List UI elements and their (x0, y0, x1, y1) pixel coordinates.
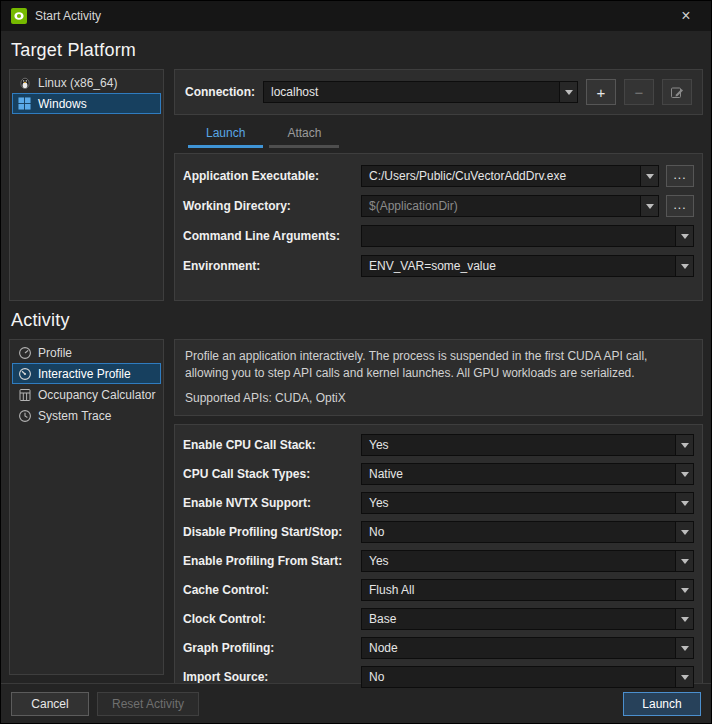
tab-launch[interactable]: Launch (188, 122, 263, 148)
activity-item-occupancy-calculator[interactable]: Occupancy Calculator (12, 384, 161, 405)
reset-activity-button[interactable]: Reset Activity (97, 692, 199, 716)
disable-profiling-start-stop-dropdown[interactable]: No (361, 521, 694, 543)
clock-control-label: Clock Control: (183, 612, 361, 626)
dialog-content: Target Platform Linux (x86_64) (1, 31, 711, 683)
activity-options-box: Enable CPU Call Stack: Yes CPU Call Stac… (174, 424, 703, 698)
connection-label: Connection: (185, 85, 255, 99)
application-executable-row: Application Executable: C:/Users/Public/… (183, 165, 694, 187)
graph-profiling-value: Node (369, 641, 398, 655)
enable-nvtx-support-value: Yes (369, 496, 389, 510)
target-platform-panel: Connection: localhost + − (174, 69, 703, 301)
working-directory-value: $(ApplicationDir) (369, 199, 458, 213)
environment-dropdown[interactable]: ENV_VAR=some_value (361, 255, 694, 277)
target-platform-section: Linux (x86_64) Windows (9, 69, 703, 301)
activity-item-label: Interactive Profile (38, 367, 131, 381)
enable-cpu-call-stack-value: Yes (369, 438, 389, 452)
linux-penguin-icon (17, 75, 32, 90)
cpu-call-stack-types-dropdown[interactable]: Native (361, 463, 694, 485)
start-activity-dialog: Start Activity × Target Platform (0, 0, 712, 724)
option-row: Enable CPU Call Stack: Yes (183, 434, 694, 456)
activity-description-text: Profile an application interactively. Th… (185, 348, 692, 383)
chevron-down-icon (640, 166, 658, 186)
tab-attach[interactable]: Attach (269, 122, 339, 148)
supported-apis-text: Supported APIs: CUDA, OptiX (185, 390, 692, 407)
edit-pencil-icon (670, 85, 684, 99)
activity-item-system-trace[interactable]: System Trace (12, 405, 161, 426)
close-button[interactable]: × (671, 1, 701, 31)
option-row: Enable Profiling From Start: Yes (183, 550, 694, 572)
application-executable-dropdown[interactable]: C:/Users/Public/CuVectorAddDrv.exe (361, 165, 659, 187)
activity-item-label: Profile (38, 346, 72, 360)
chevron-down-icon (675, 256, 693, 276)
enable-nvtx-support-dropdown[interactable]: Yes (361, 492, 694, 514)
activity-item-interactive-profile[interactable]: Interactive Profile (12, 363, 161, 384)
platform-item-linux[interactable]: Linux (x86_64) (12, 72, 161, 93)
edit-connection-button[interactable] (662, 79, 692, 105)
working-directory-browse-button[interactable]: ... (666, 195, 694, 217)
cache-control-dropdown[interactable]: Flush All (361, 579, 694, 601)
clock-control-value: Base (369, 612, 396, 626)
chevron-down-icon (675, 435, 693, 455)
chevron-down-icon (675, 638, 693, 658)
activity-panel: Profile an application interactively. Th… (174, 339, 703, 675)
disable-profiling-start-stop-value: No (369, 525, 384, 539)
connection-row: Connection: localhost + − (174, 69, 703, 115)
clock-control-dropdown[interactable]: Base (361, 608, 694, 630)
application-executable-value: C:/Users/Public/CuVectorAddDrv.exe (369, 169, 566, 183)
launch-settings-box: Application Executable: C:/Users/Public/… (174, 153, 703, 301)
profile-gauge-icon (17, 345, 32, 360)
system-trace-clock-icon (17, 408, 32, 423)
chevron-down-icon (675, 609, 693, 629)
activity-item-label: Occupancy Calculator (38, 388, 155, 402)
platform-list: Linux (x86_64) Windows (9, 69, 164, 301)
working-directory-dropdown[interactable]: $(ApplicationDir) (361, 195, 659, 217)
working-directory-label: Working Directory: (183, 199, 361, 213)
connection-dropdown[interactable]: localhost (263, 81, 578, 103)
command-line-arguments-label: Command Line Arguments: (183, 229, 361, 243)
cpu-call-stack-types-label: CPU Call Stack Types: (183, 467, 361, 481)
cancel-button[interactable]: Cancel (11, 692, 89, 716)
import-source-dropdown[interactable]: No (361, 666, 694, 688)
enable-profiling-from-start-dropdown[interactable]: Yes (361, 550, 694, 572)
cache-control-value: Flush All (369, 583, 414, 597)
add-connection-button[interactable]: + (586, 79, 616, 105)
activity-item-label: System Trace (38, 409, 111, 423)
launch-attach-tabs: Launch Attach (174, 122, 703, 148)
import-source-value: No (369, 670, 384, 684)
calculator-icon (17, 387, 32, 402)
launch-button[interactable]: Launch (623, 692, 701, 716)
chevron-down-icon (675, 226, 693, 246)
window-title: Start Activity (35, 9, 101, 23)
environment-label: Environment: (183, 259, 361, 273)
option-row: Graph Profiling: Node (183, 637, 694, 659)
option-row: Disable Profiling Start/Stop: No (183, 521, 694, 543)
activity-section: Profile Interactive Profile (9, 339, 703, 675)
chevron-down-icon (559, 82, 577, 102)
nvidia-logo-icon (11, 8, 27, 24)
connection-value: localhost (271, 85, 318, 99)
title-bar: Start Activity × (1, 1, 711, 31)
chevron-down-icon (675, 464, 693, 484)
cache-control-label: Cache Control: (183, 583, 361, 597)
dialog-footer: Cancel Reset Activity Launch (1, 683, 711, 723)
environment-value: ENV_VAR=some_value (369, 259, 496, 273)
chevron-down-icon (640, 196, 658, 216)
command-line-arguments-dropdown[interactable] (361, 225, 694, 247)
interactive-profile-gauge-icon (17, 366, 32, 381)
activity-description-box: Profile an application interactively. Th… (174, 339, 703, 416)
remove-connection-button[interactable]: − (624, 79, 654, 105)
activity-list: Profile Interactive Profile (9, 339, 164, 675)
enable-cpu-call-stack-dropdown[interactable]: Yes (361, 434, 694, 456)
platform-item-windows[interactable]: Windows (12, 93, 161, 114)
chevron-down-icon (675, 551, 693, 571)
enable-nvtx-support-label: Enable NVTX Support: (183, 496, 361, 510)
application-executable-label: Application Executable: (183, 169, 361, 183)
application-executable-browse-button[interactable]: ... (666, 165, 694, 187)
enable-cpu-call-stack-label: Enable CPU Call Stack: (183, 438, 361, 452)
chevron-down-icon (675, 522, 693, 542)
target-platform-heading: Target Platform (11, 40, 701, 61)
graph-profiling-dropdown[interactable]: Node (361, 637, 694, 659)
activity-item-profile[interactable]: Profile (12, 342, 161, 363)
option-row: Enable NVTX Support: Yes (183, 492, 694, 514)
working-directory-row: Working Directory: $(ApplicationDir) ... (183, 195, 694, 217)
